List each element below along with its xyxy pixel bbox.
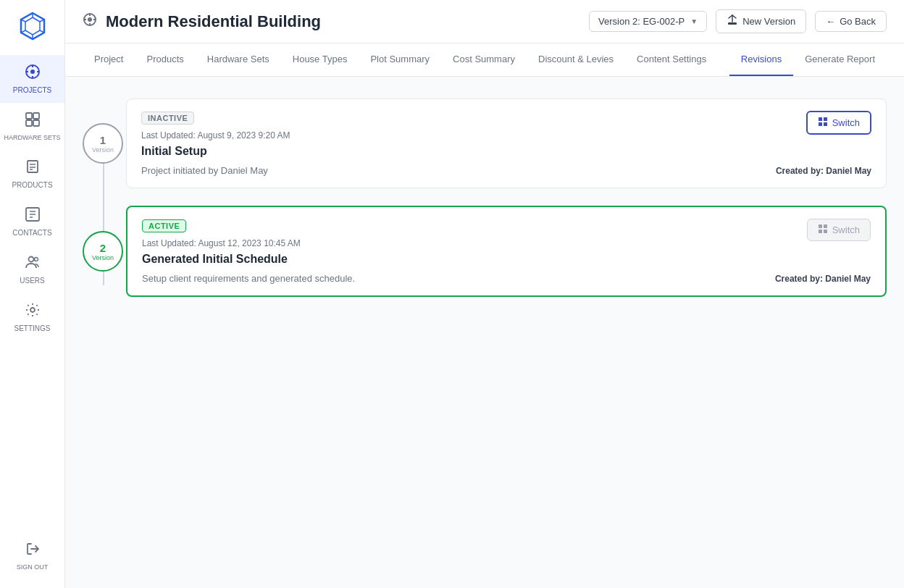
new-version-label: New Version — [742, 16, 795, 27]
new-version-button[interactable]: New Version — [716, 9, 806, 33]
svg-point-26 — [28, 257, 33, 262]
switch-button-2: Switch — [807, 219, 871, 241]
settings-icon — [25, 302, 41, 322]
card-title: Initial Setup — [141, 145, 290, 158]
svg-rect-17 — [33, 120, 39, 126]
switch-icon — [818, 117, 828, 129]
version-selector-text: Version 2: EG-002-P — [598, 16, 685, 27]
tab-products[interactable]: Products — [135, 43, 195, 76]
version-bubble-1: 1 Version — [83, 123, 123, 164]
users-icon — [25, 254, 41, 274]
tab-cost-summary[interactable]: Cost Summary — [441, 43, 527, 76]
status-badge: ACTIVE — [142, 219, 186, 232]
svg-point-28 — [30, 308, 35, 312]
svg-rect-38 — [819, 122, 822, 126]
sidebar-item-label: HARDWARE SETS — [4, 134, 60, 141]
sidebar-item-label: PROJECTS — [13, 86, 51, 94]
svg-rect-43 — [824, 230, 827, 233]
svg-rect-14 — [26, 113, 32, 119]
svg-rect-16 — [26, 120, 32, 126]
svg-rect-39 — [824, 122, 827, 126]
tab-revisions[interactable]: Revisions — [729, 43, 793, 76]
svg-point-27 — [34, 258, 38, 261]
switch-label: Switch — [832, 224, 860, 235]
contacts-icon — [25, 206, 41, 226]
tab-content-settings[interactable]: Content Settings — [625, 43, 718, 76]
sidebar-item-label: USERS — [20, 277, 44, 285]
card-footer: Setup client requirements and generated … — [142, 273, 871, 284]
version-number: 2 — [100, 242, 106, 254]
card-updated: Last Updated: August 12, 2023 10:45 AM — [142, 238, 301, 248]
chevron-down-icon: ▼ — [690, 17, 698, 25]
tab-hardware-sets[interactable]: Hardware Sets — [196, 43, 281, 76]
sidebar-item-label: SETTINGS — [14, 324, 50, 332]
version-bubble-2: 2 Version — [83, 231, 123, 272]
revision-item-1: 1 Version INACTIVE Last Updated: August … — [126, 98, 887, 188]
sidebar-item-projects[interactable]: PROJECTS — [0, 55, 64, 103]
version-number: 1 — [100, 134, 106, 146]
version-selector[interactable]: Version 2: EG-002-P ▼ — [589, 11, 707, 32]
svg-marker-1 — [25, 17, 40, 35]
new-version-icon — [727, 14, 738, 28]
revisions-timeline: 1 Version INACTIVE Last Updated: August … — [83, 98, 887, 314]
status-badge: INACTIVE — [141, 112, 194, 125]
app-logo — [15, 9, 50, 43]
page-title: Modern Residential Building — [106, 12, 580, 31]
go-back-label: Go Back — [840, 16, 876, 27]
tab-house-types[interactable]: House Types — [281, 43, 359, 76]
revision-card-2: ACTIVE Last Updated: August 12, 2023 10:… — [126, 206, 887, 297]
svg-rect-15 — [33, 113, 39, 119]
svg-rect-42 — [819, 230, 822, 233]
sidebar-item-hardware-sets[interactable]: HARDWARE SETS — [0, 103, 64, 150]
go-back-button[interactable]: ← Go Back — [815, 11, 887, 32]
sidebar-item-products[interactable]: PRODUCTS — [0, 150, 64, 198]
svg-rect-37 — [824, 117, 827, 121]
switch-label: Switch — [832, 117, 860, 128]
sign-out-icon — [25, 541, 41, 560]
sidebar-bottom: SIGN OUT — [0, 532, 64, 579]
nav-tabs: Project Products Hardware Sets House Typ… — [65, 43, 904, 77]
svg-point-9 — [30, 70, 35, 74]
card-created: Created by: Daniel May — [775, 274, 871, 284]
sidebar-item-sign-out[interactable]: SIGN OUT — [0, 532, 64, 579]
sidebar-item-users[interactable]: USERS — [0, 245, 64, 293]
card-footer: Project initiated by Daniel May Created … — [141, 165, 871, 176]
switch-icon — [818, 224, 828, 236]
switch-button-1[interactable]: Switch — [806, 111, 871, 135]
card-description: Project initiated by Daniel May — [141, 165, 268, 176]
version-label: Version — [92, 254, 114, 261]
products-icon — [25, 159, 41, 178]
tab-project[interactable]: Project — [83, 43, 135, 76]
sidebar: PROJECTS HARDWARE SETS PRODUCTS — [0, 0, 65, 588]
tab-generate-report[interactable]: Generate Report — [793, 43, 887, 76]
main-content: Modern Residential Building Version 2: E… — [65, 0, 904, 588]
svg-point-30 — [88, 17, 92, 22]
svg-rect-35 — [728, 22, 737, 25]
content-area: 1 Version INACTIVE Last Updated: August … — [65, 77, 904, 588]
sidebar-item-contacts[interactable]: CONTACTS — [0, 198, 64, 245]
svg-rect-40 — [819, 224, 822, 228]
tab-discount-levies[interactable]: Discount & Levies — [527, 43, 625, 76]
go-back-icon: ← — [826, 16, 835, 27]
card-info: INACTIVE Last Updated: August 9, 2023 9:… — [141, 111, 290, 162]
revision-item-2: 2 Version ACTIVE Last Updated: August 12… — [126, 206, 887, 297]
hardware-sets-icon — [25, 112, 41, 131]
card-description: Setup client requirements and generated … — [142, 273, 355, 284]
card-updated: Last Updated: August 9, 2023 9:20 AM — [141, 130, 290, 140]
card-created: Created by: Daniel May — [776, 166, 871, 176]
sidebar-item-label: PRODUCTS — [12, 181, 52, 189]
svg-rect-41 — [824, 224, 827, 228]
project-icon — [83, 12, 97, 30]
card-title: Generated Initial Schedule — [142, 253, 301, 266]
card-header: INACTIVE Last Updated: August 9, 2023 9:… — [141, 111, 871, 162]
projects-icon — [25, 64, 41, 83]
svg-rect-36 — [819, 117, 822, 121]
sidebar-item-label: SIGN OUT — [17, 563, 49, 571]
revision-card-1: INACTIVE Last Updated: August 9, 2023 9:… — [126, 98, 887, 188]
tab-plot-summary[interactable]: Plot Summary — [359, 43, 441, 76]
card-header: ACTIVE Last Updated: August 12, 2023 10:… — [142, 219, 871, 270]
page-header: Modern Residential Building Version 2: E… — [65, 0, 904, 43]
sidebar-item-settings[interactable]: SETTINGS — [0, 293, 64, 341]
svg-rect-18 — [28, 161, 38, 172]
right-tabs: Revisions Generate Report — [729, 43, 887, 76]
